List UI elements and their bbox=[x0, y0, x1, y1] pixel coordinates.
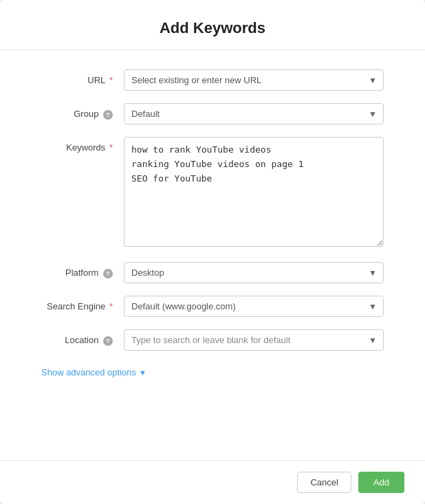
platform-control: Desktop ▼ bbox=[124, 262, 384, 283]
search-engine-row: Search Engine * Default (www.google.com)… bbox=[41, 296, 384, 317]
add-keywords-dialog: Add Keywords URL * Select existing or en… bbox=[0, 0, 425, 504]
search-engine-control: Default (www.google.com) ▼ bbox=[124, 296, 384, 317]
url-label: URL * bbox=[41, 69, 124, 85]
dialog-footer: Cancel Add bbox=[0, 460, 425, 504]
dialog-title: Add Keywords bbox=[28, 19, 397, 37]
show-advanced-label: Show advanced options bbox=[41, 367, 136, 377]
keywords-row: Keywords * how to rank YouTube videos ra… bbox=[41, 137, 384, 250]
cancel-button[interactable]: Cancel bbox=[297, 472, 351, 493]
url-control: Select existing or enter new URL ▼ bbox=[124, 69, 384, 91]
add-button[interactable]: Add bbox=[358, 472, 404, 493]
platform-row: Platform ? Desktop ▼ bbox=[41, 262, 384, 283]
location-help-icon[interactable]: ? bbox=[103, 336, 113, 346]
search-engine-required: * bbox=[107, 301, 113, 311]
group-select-wrapper: Default ▼ bbox=[124, 103, 384, 124]
show-advanced-options-button[interactable]: Show advanced options ▼ bbox=[41, 367, 146, 377]
platform-help-icon[interactable]: ? bbox=[103, 269, 113, 278]
keywords-control: how to rank YouTube videos ranking YouTu… bbox=[124, 137, 384, 250]
location-row: Location ? Type to search or leave blank… bbox=[41, 329, 384, 351]
location-select-wrapper: Type to search or leave blank for defaul… bbox=[124, 329, 384, 351]
keywords-label: Keywords * bbox=[41, 137, 124, 153]
keywords-required: * bbox=[107, 142, 113, 153]
location-label: Location ? bbox=[41, 329, 124, 346]
dialog-header: Add Keywords bbox=[0, 0, 425, 50]
url-required: * bbox=[107, 75, 113, 85]
search-engine-select-wrapper: Default (www.google.com) ▼ bbox=[124, 296, 384, 317]
search-engine-select[interactable]: Default (www.google.com) bbox=[124, 296, 384, 317]
platform-select-wrapper: Desktop ▼ bbox=[124, 262, 384, 283]
platform-select[interactable]: Desktop bbox=[124, 262, 384, 283]
location-select[interactable]: Type to search or leave blank for defaul… bbox=[124, 329, 384, 351]
group-label: Group ? bbox=[41, 103, 124, 120]
url-select[interactable]: Select existing or enter new URL bbox=[124, 69, 384, 91]
advanced-options-row: Show advanced options ▼ bbox=[41, 363, 384, 378]
platform-label: Platform ? bbox=[41, 262, 124, 278]
group-row: Group ? Default ▼ bbox=[41, 103, 384, 124]
show-advanced-chevron-icon: ▼ bbox=[139, 369, 146, 377]
group-control: Default ▼ bbox=[124, 103, 384, 124]
group-help-icon[interactable]: ? bbox=[103, 110, 113, 120]
dialog-body: URL * Select existing or enter new URL ▼… bbox=[0, 50, 425, 460]
group-select[interactable]: Default bbox=[124, 103, 384, 124]
keywords-textarea[interactable]: how to rank YouTube videos ranking YouTu… bbox=[124, 137, 384, 247]
search-engine-label: Search Engine * bbox=[41, 296, 124, 311]
url-select-wrapper: Select existing or enter new URL ▼ bbox=[124, 69, 384, 91]
location-control: Type to search or leave blank for defaul… bbox=[124, 329, 384, 351]
url-row: URL * Select existing or enter new URL ▼ bbox=[41, 69, 384, 91]
